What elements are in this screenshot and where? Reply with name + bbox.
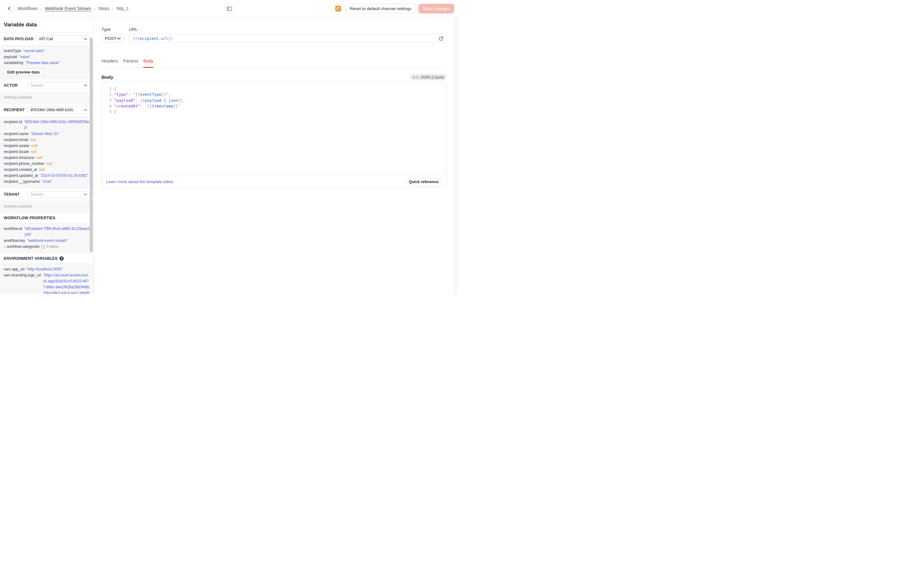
code-token: json (168, 98, 178, 103)
code-line: 2"type": "{{eventType}}", (105, 92, 443, 97)
commit-badge (335, 6, 341, 11)
code-editor[interactable]: 1{2"type": "{{eventType}}",3"payload": {… (102, 82, 446, 176)
tenant-empty-section: Nothing selected (0, 201, 94, 213)
actor-label: ACTOR (4, 83, 25, 88)
save-changes-button[interactable]: Save changes (418, 4, 454, 13)
property-key: recipient.__typename (4, 179, 40, 185)
property-key: vars.branding.logo_url (4, 272, 41, 278)
sidebar-scrollbar[interactable] (90, 38, 93, 252)
chevron-left-icon (7, 6, 11, 10)
header-actions: Reset to default channel settings Save c… (334, 4, 454, 13)
line-content: "type": "{{eventType}}", (114, 92, 171, 97)
code-token: recipient (137, 36, 159, 41)
property-key: workflow.categories (6, 244, 40, 250)
tab-body[interactable]: Body (143, 58, 153, 67)
breadcrumb: Workflows›Webhook Event Stream›Steps›htt… (18, 6, 129, 11)
data-payload-select[interactable]: API Call (36, 36, 90, 43)
property-row: variableKey"Preview data value" (4, 60, 90, 66)
info-icon[interactable]: i (60, 256, 64, 261)
tenant-select[interactable]: Search... (27, 191, 90, 198)
request-config-row: Type POST URL {{recipient.url}} (102, 27, 447, 43)
property-value: [ ] (42, 244, 45, 250)
preview-data-list: eventType"server:alert"payload"value"var… (4, 48, 90, 66)
chevron-down-icon (84, 84, 87, 86)
chevron-down-icon (84, 109, 87, 111)
breadcrumb-item: Workflows (18, 6, 38, 11)
property-value: "User" (42, 179, 52, 185)
property-row: recipient.emailnull (4, 137, 90, 143)
property-key: vars.app_url (4, 267, 24, 272)
code-token: }}" (161, 92, 169, 97)
property-row: workflow.id"e91ddae4-7f99-45cb-a688-3c12… (4, 226, 90, 238)
property-value: "Steven Metz Sr." (31, 131, 60, 137)
edit-preview-data-button[interactable]: Edit preview data (4, 68, 43, 76)
type-label: Type (102, 27, 124, 32)
code-line: 1{ (105, 86, 443, 92)
property-count: 0 items (47, 244, 59, 250)
tab-params[interactable]: Params (123, 58, 138, 67)
code-token: "{{ (133, 92, 140, 97)
property-key: recipient.email (4, 137, 28, 143)
property-key: payload (4, 54, 17, 60)
property-row: workflow.key"webhook-event-stream" (4, 238, 90, 244)
code-token: "payload" (114, 98, 136, 103)
workflow-properties-list: workflow.id"e91ddae4-7f99-45cb-a688-3c12… (4, 226, 90, 250)
code-token: }} (168, 36, 173, 41)
request-tabs: HeadersParamsBody (102, 58, 447, 68)
recipient-row: RECIPIENT 80f1f4bf-166d-48f9-b33c (0, 103, 94, 116)
template-editor-link[interactable]: Learn more about the template editor (106, 179, 173, 184)
line-number: 1 (105, 86, 111, 92)
body-section-header: Body < > JSON (Liquid) (102, 74, 447, 80)
open-external-button[interactable] (439, 36, 444, 42)
quick-reference-button[interactable]: Quick reference (405, 178, 442, 185)
property-key: eventType (4, 48, 21, 54)
property-row: recipient.avatarnull (4, 143, 90, 149)
property-key: recipient.timezone (4, 155, 34, 161)
property-row: recipient.name"Steven Metz Sr." (4, 131, 90, 137)
method-select[interactable]: POST (102, 34, 124, 43)
reset-channel-settings-button[interactable]: Reset to default channel settings (345, 4, 416, 13)
commit-button[interactable] (334, 4, 343, 13)
code-token: { (114, 86, 116, 91)
actor-empty-section: Nothing selected (0, 92, 94, 103)
property-value: null (31, 149, 37, 155)
property-value: null (39, 167, 45, 173)
property-key: recipient.avatar (4, 143, 29, 149)
property-key: recipient.locale (4, 149, 29, 155)
chevron-right-icon[interactable]: › (4, 244, 5, 250)
breadcrumb-separator: › (112, 6, 113, 11)
actor-select[interactable]: Search... (27, 82, 90, 89)
recipient-label: RECIPIENT (4, 108, 25, 112)
variable-data-panel: Variable data DATA PAYLOAD API Call even… (0, 17, 94, 294)
code-token: url (161, 36, 168, 41)
code-token: eventType (140, 92, 161, 97)
code-icon: < > (413, 75, 418, 79)
line-content: "payload": {{payload | json}}, (114, 98, 185, 103)
url-input[interactable]: {{recipient.url}} (129, 34, 447, 43)
property-row: ›workflow.categories[ ]0 items (4, 244, 90, 250)
code-token: payload (145, 98, 161, 103)
code-token: , (182, 98, 185, 103)
property-key: variableKey (4, 60, 24, 66)
right-scroll-gutter[interactable] (455, 17, 458, 294)
tab-headers[interactable]: Headers (102, 58, 118, 67)
breadcrumb-item[interactable]: Webhook Event Stream (45, 6, 91, 11)
url-group: URL {{recipient.url}} (129, 27, 447, 43)
language-badge[interactable]: < > JSON (Liquid) (410, 74, 447, 80)
property-row: payload"value" (4, 54, 90, 60)
body-editor-card: 1{2"type": "{{eventType}}",3"payload": {… (102, 82, 447, 188)
back-button[interactable] (5, 4, 13, 13)
recipient-properties-list: recipient.id"80f1f4bf-166d-48f9-b33c-390… (4, 119, 90, 185)
property-key: recipient.updated_at (4, 173, 38, 179)
recipient-select[interactable]: 80f1f4bf-166d-48f9-b33c (27, 107, 90, 114)
method-group: Type POST (102, 27, 124, 43)
property-key: recipient.phone_number (4, 161, 44, 167)
code-token: } (114, 109, 116, 114)
property-value: "80f1f4bf-166d-48f9-b33c-39009df20bc3" (24, 119, 90, 131)
property-key: recipient.created_at (4, 167, 37, 173)
environment-variables-section: vars.app_url"http://localhost:3000"vars.… (0, 264, 94, 294)
breadcrumb-item: http_1 (116, 6, 129, 11)
property-value: null (30, 137, 36, 143)
preview-data-section: eventType"server:alert"payload"value"var… (0, 45, 94, 79)
sidebar-toggle-button[interactable] (225, 4, 234, 13)
